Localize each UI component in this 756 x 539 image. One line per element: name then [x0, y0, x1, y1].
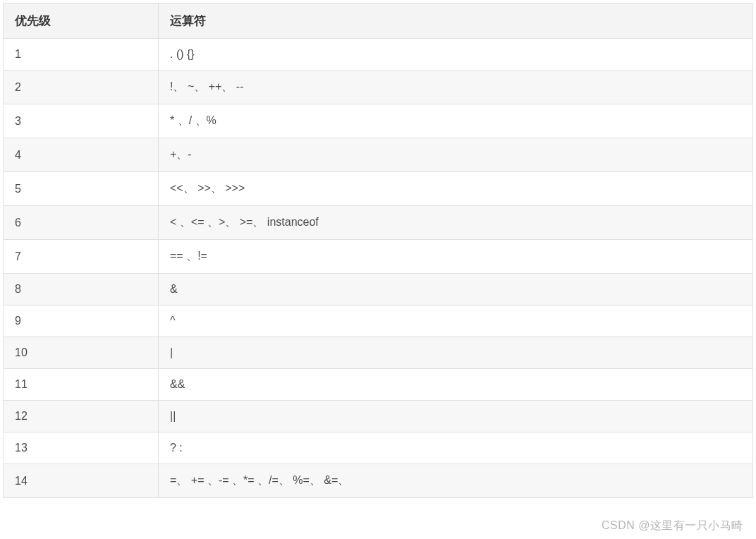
cell-operator: ? :	[159, 432, 753, 464]
cell-operator: * 、/ 、%	[159, 104, 753, 138]
cell-operator: !、 ~、 ++、 --	[159, 71, 753, 104]
cell-operator: +、-	[159, 138, 753, 172]
cell-priority: 11	[4, 369, 159, 401]
table-row: 14 =、 += 、-= 、*= 、/=、 %=、 &=、	[4, 464, 753, 498]
cell-priority: 5	[4, 172, 159, 206]
cell-operator: ^	[159, 305, 753, 337]
header-operator: 运算符	[159, 4, 753, 39]
cell-operator: |	[159, 337, 753, 369]
table-row: 6 < 、<= 、>、 >=、 instanceof	[4, 206, 753, 240]
table-body: 1 . () {} 2 !、 ~、 ++、 -- 3 * 、/ 、% 4 +、-…	[4, 39, 753, 498]
table-row: 1 . () {}	[4, 39, 753, 71]
table-row: 10 |	[4, 337, 753, 369]
table-row: 4 +、-	[4, 138, 753, 172]
cell-operator: . () {}	[159, 39, 753, 71]
table-row: 13 ? :	[4, 432, 753, 464]
cell-priority: 9	[4, 305, 159, 337]
table-row: 5 <<、 >>、 >>>	[4, 172, 753, 206]
table-row: 3 * 、/ 、%	[4, 104, 753, 138]
cell-priority: 2	[4, 71, 159, 104]
cell-operator: < 、<= 、>、 >=、 instanceof	[159, 206, 753, 240]
cell-priority: 6	[4, 206, 159, 240]
cell-operator: ||	[159, 401, 753, 432]
table-row: 2 !、 ~、 ++、 --	[4, 71, 753, 104]
operator-precedence-table-container: 优先级 运算符 1 . () {} 2 !、 ~、 ++、 -- 3 * 、/ …	[0, 0, 756, 498]
cell-operator: &	[159, 274, 753, 305]
table-row: 7 == 、!=	[4, 240, 753, 274]
cell-priority: 7	[4, 240, 159, 274]
table-row: 11 &&	[4, 369, 753, 401]
cell-priority: 13	[4, 432, 159, 464]
cell-priority: 8	[4, 274, 159, 305]
cell-operator: == 、!=	[159, 240, 753, 274]
cell-priority: 3	[4, 104, 159, 138]
operator-precedence-table: 优先级 运算符 1 . () {} 2 !、 ~、 ++、 -- 3 * 、/ …	[3, 3, 753, 498]
cell-operator: <<、 >>、 >>>	[159, 172, 753, 206]
cell-priority: 1	[4, 39, 159, 71]
cell-operator: &&	[159, 369, 753, 401]
cell-priority: 10	[4, 337, 159, 369]
cell-priority: 4	[4, 138, 159, 172]
table-row: 12 ||	[4, 401, 753, 432]
table-header-row: 优先级 运算符	[4, 4, 753, 39]
table-row: 8 &	[4, 274, 753, 305]
table-row: 9 ^	[4, 305, 753, 337]
cell-priority: 14	[4, 464, 159, 498]
header-priority: 优先级	[4, 4, 159, 39]
watermark-text: CSDN @这里有一只小马畸	[602, 519, 743, 533]
cell-operator: =、 += 、-= 、*= 、/=、 %=、 &=、	[159, 464, 753, 498]
cell-priority: 12	[4, 401, 159, 432]
